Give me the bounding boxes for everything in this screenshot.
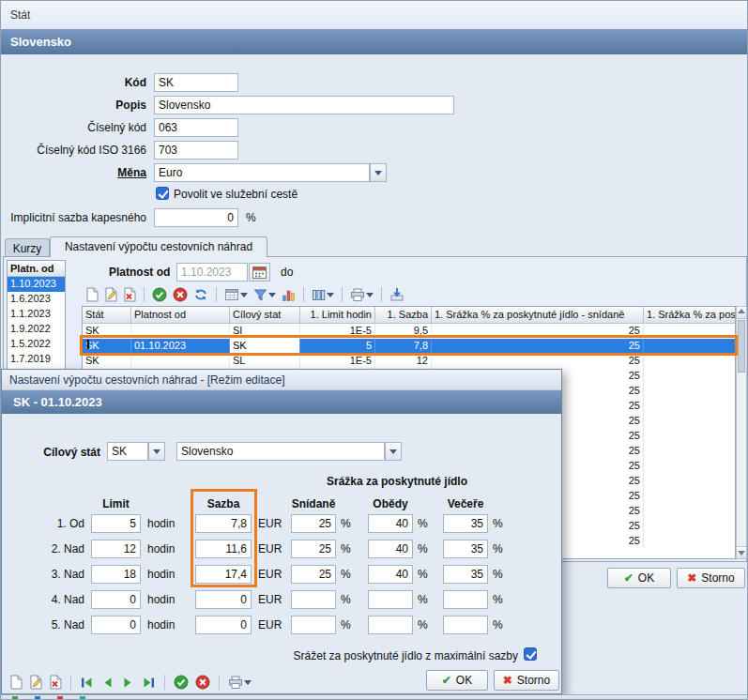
scroll-down-button[interactable] (737, 546, 746, 558)
cancel-button[interactable] (171, 285, 190, 304)
col-platnost[interactable]: Platnost od (131, 307, 230, 324)
new-record-button[interactable] (8, 673, 24, 692)
vecere-input[interactable]: 35 (443, 565, 488, 584)
obedy-input[interactable]: 40 (368, 565, 413, 584)
main-storno-button[interactable]: ✖ Storno (677, 568, 745, 588)
calendar-button[interactable] (249, 263, 270, 282)
vecere-input[interactable]: 35 (443, 540, 488, 558)
dialog-ok-button[interactable]: ✔ OK (426, 670, 488, 691)
last-record-button[interactable] (140, 673, 158, 692)
confirm-button[interactable] (172, 673, 191, 692)
col-srazka-snidane[interactable]: 1. Srážka % za poskytnuté jídlo - snídan… (432, 307, 644, 324)
cancel-button[interactable] (193, 673, 212, 692)
vecere-input[interactable]: 35 (443, 514, 488, 533)
new-record-button[interactable] (84, 285, 100, 304)
col-limit[interactable]: 1. Limit hodin (300, 307, 375, 324)
sazba-input[interactable]: 17,4 (195, 565, 252, 584)
filter-button[interactable] (252, 285, 278, 304)
export-button[interactable] (388, 285, 406, 304)
col-srazka-2[interactable]: 1. Srážka % za pos (644, 307, 736, 324)
row-label: 4. Nad (2, 593, 84, 606)
percent-label: % (341, 568, 351, 581)
sazba-input[interactable]: 11,6 (195, 540, 252, 558)
confirm-button[interactable] (150, 285, 169, 304)
mena-label[interactable]: Měna (1, 166, 146, 179)
new-document-icon (85, 287, 99, 302)
cilovy-code-dropdown[interactable] (148, 442, 165, 461)
vecere-input[interactable] (443, 616, 488, 634)
taskbar-icon-blue[interactable] (35, 696, 40, 700)
snidane-input[interactable]: 25 (291, 565, 336, 584)
table-row-selected[interactable]: SK01.10.2023SK57,825 (83, 339, 735, 354)
prev-record-button[interactable] (99, 673, 116, 692)
columns-button[interactable] (310, 285, 336, 304)
first-record-button[interactable] (78, 673, 96, 692)
table-row[interactable]: SKSI1E-59,525 (83, 324, 735, 339)
refresh-button[interactable] (191, 285, 210, 304)
validity-item[interactable]: 1.10.2023 (8, 277, 65, 292)
snidane-input[interactable] (291, 590, 336, 609)
ciselny-kod-input[interactable]: 063 (154, 118, 238, 137)
edit-cell[interactable]: SK (230, 339, 300, 354)
popis-input[interactable]: Slovensko (154, 96, 454, 114)
limit-input[interactable]: 12 (91, 540, 141, 558)
taskbar-icon-green[interactable] (12, 696, 18, 700)
sazba-input[interactable]: 7,8 (195, 514, 252, 533)
next-record-button[interactable] (119, 673, 137, 692)
tab-kurzy[interactable]: Kurzy (5, 238, 50, 256)
obedy-input[interactable] (368, 616, 413, 634)
scroll-up-button[interactable] (737, 307, 746, 319)
print-button[interactable] (348, 285, 375, 304)
limit-input[interactable]: 0 (91, 616, 141, 634)
mena-dropdown[interactable] (370, 163, 387, 182)
printer-icon (228, 676, 243, 690)
cilovy-code-input[interactable]: SK (107, 442, 148, 461)
snidane-input[interactable] (291, 616, 336, 634)
dialog-header: SK - 01.10.2023 (2, 390, 561, 414)
taskbar-icon-red[interactable] (57, 696, 63, 700)
print-button[interactable] (226, 673, 253, 692)
vecere-input[interactable] (443, 590, 488, 609)
validity-item[interactable]: 1.1.2023 (8, 307, 65, 322)
validity-item[interactable]: 1.5.2022 (8, 337, 65, 352)
srazet-checkbox[interactable] (524, 647, 537, 661)
povolit-checkbox[interactable] (156, 187, 169, 200)
col-sazba[interactable]: 1. Sazba (375, 307, 432, 324)
sazba-input[interactable]: 0 (195, 590, 252, 609)
limit-input[interactable]: 18 (91, 565, 141, 584)
obedy-input[interactable] (368, 590, 413, 609)
view-select-button[interactable] (222, 285, 250, 304)
edit-record-button[interactable] (27, 673, 44, 692)
snidane-input[interactable]: 25 (291, 514, 336, 533)
limit-input[interactable]: 0 (91, 590, 141, 609)
kapesne-input[interactable]: 0 (154, 208, 238, 227)
limit-input[interactable]: 5 (91, 514, 141, 533)
cilovy-name-dropdown[interactable] (385, 442, 402, 461)
obedy-input[interactable]: 40 (368, 514, 413, 533)
kod-input[interactable]: SK (154, 73, 238, 92)
sazba-input[interactable]: 0 (195, 616, 252, 634)
validity-item[interactable]: 1.6.2023 (8, 292, 65, 307)
platnost-od-input[interactable]: 1.10.2023 (176, 263, 248, 282)
delete-record-button[interactable] (47, 673, 64, 692)
validity-item[interactable]: 1.9.2022 (8, 322, 65, 337)
validity-item[interactable]: 1.7.2019 (8, 352, 65, 367)
taskbar-icon-teal[interactable] (80, 696, 85, 700)
delete-record-button[interactable] (121, 285, 138, 304)
main-storno-label: Storno (701, 571, 734, 585)
tab-nahrady[interactable]: Nastavení výpočtu cestovních náhrad (50, 236, 267, 257)
main-ok-button[interactable]: ✔ OK (607, 568, 671, 588)
edit-record-button[interactable] (102, 285, 119, 304)
mena-input[interactable]: Euro (154, 163, 370, 182)
col-stat[interactable]: Stát (83, 307, 131, 324)
iso-kod-input[interactable]: 703 (154, 141, 238, 160)
dialog-storno-button[interactable]: ✖ Storno (494, 670, 559, 691)
col-cilovy[interactable]: Cílový stat (230, 307, 300, 324)
filter-chart-button[interactable] (280, 285, 298, 304)
table-row[interactable]: SKSL1E-51225 (83, 354, 735, 369)
scrollbar-thumb[interactable] (738, 320, 745, 373)
cilovy-name-input[interactable]: Slovensko (176, 442, 385, 461)
grid-scrollbar[interactable] (736, 306, 747, 559)
obedy-input[interactable]: 40 (368, 540, 413, 558)
snidane-input[interactable]: 25 (291, 540, 336, 558)
